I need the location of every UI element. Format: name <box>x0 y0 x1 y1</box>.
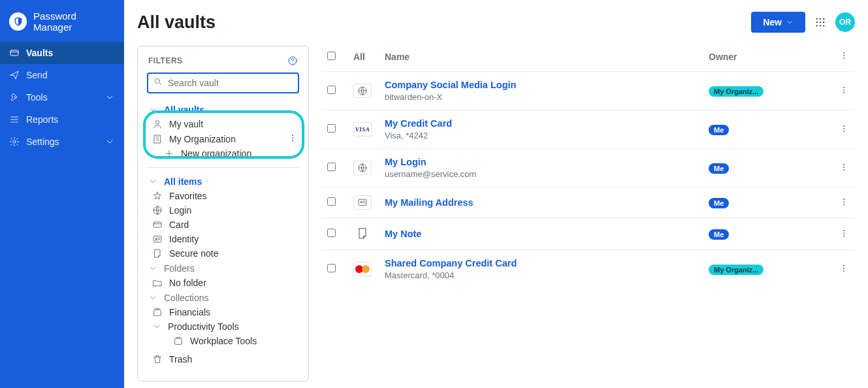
svg-rect-23 <box>175 338 182 344</box>
row-checkbox[interactable] <box>327 264 336 272</box>
globe-icon <box>152 205 163 216</box>
col-checkbox <box>321 46 347 72</box>
filter-label: All vaults <box>164 105 298 115</box>
col-menu[interactable] <box>833 46 855 72</box>
row-menu-button[interactable] <box>833 149 855 187</box>
nav-settings[interactable]: Settings <box>0 131 124 153</box>
row-menu-button[interactable] <box>833 218 855 250</box>
item-name[interactable]: Company Social Media Login <box>385 80 696 90</box>
filter-financials[interactable]: Financials <box>147 305 299 319</box>
building-icon <box>152 134 163 144</box>
filter-trash[interactable]: Trash <box>147 352 299 366</box>
collection-icon <box>152 307 163 317</box>
nav-label: Send <box>26 70 48 80</box>
svg-point-9 <box>820 25 821 26</box>
svg-point-28 <box>843 87 844 88</box>
row-checkbox[interactable] <box>327 124 336 133</box>
item-name[interactable]: My Mailing Address <box>385 197 696 208</box>
filter-label: Financials <box>169 307 298 317</box>
filter-favorites[interactable]: Favorites <box>147 189 299 203</box>
nav: Vaults Send Tools Reports Settings <box>0 42 124 153</box>
table-row: Company Social Media Loginbitwarden-on-X… <box>321 72 855 110</box>
chevron-down-icon <box>786 18 794 26</box>
chevron-down-icon <box>104 92 115 103</box>
owner-badge: Me <box>709 198 729 208</box>
filter-all-vaults[interactable]: All vaults <box>147 103 299 117</box>
row-checkbox[interactable] <box>327 163 336 171</box>
filter-secure-note[interactable]: Secure note <box>147 246 299 261</box>
svg-point-16 <box>292 137 293 138</box>
nav-tools[interactable]: Tools <box>0 86 124 108</box>
filter-login[interactable]: Login <box>147 203 299 218</box>
item-name[interactable]: My Credit Card <box>385 118 696 129</box>
filter-identity[interactable]: Identity <box>147 232 299 246</box>
svg-rect-0 <box>10 50 18 56</box>
nav-send[interactable]: Send <box>0 64 124 86</box>
filter-label: Favorites <box>169 191 298 201</box>
filter-card[interactable]: Card <box>147 218 299 232</box>
new-button[interactable]: New <box>751 12 805 33</box>
card-icon <box>152 219 163 230</box>
filter-collections-section[interactable]: Collections <box>147 290 299 305</box>
owner-badge: Me <box>709 125 729 135</box>
svg-rect-19 <box>153 222 161 227</box>
nav-reports[interactable]: Reports <box>0 108 124 131</box>
item-name[interactable]: My Login <box>385 157 696 167</box>
nav-label: Settings <box>26 137 59 147</box>
nav-label: Vaults <box>26 48 53 58</box>
note-icon <box>353 226 372 240</box>
row-menu-button[interactable] <box>833 110 855 149</box>
row-menu-button[interactable] <box>833 250 855 289</box>
filter-my-vault[interactable]: My vault <box>147 117 299 131</box>
vault-table: All Name Owner Company Social Media Logi… <box>321 46 855 288</box>
filter-label: My Organization <box>169 134 281 144</box>
filter-new-organization[interactable]: New organization <box>147 146 299 161</box>
avatar[interactable]: OR <box>835 12 855 32</box>
item-name[interactable]: My Note <box>385 229 696 239</box>
filter-label: All items <box>164 176 298 187</box>
svg-point-8 <box>816 25 818 26</box>
chevron-down-icon <box>148 293 157 302</box>
mastercard-icon <box>353 262 372 276</box>
filter-label: Login <box>169 205 298 216</box>
filters-title: FILTERS <box>148 56 183 65</box>
col-name[interactable]: Name <box>378 46 702 72</box>
collection-icon <box>173 336 184 346</box>
org-menu-button[interactable] <box>287 133 298 144</box>
filter-my-organization[interactable]: My Organization <box>147 131 299 146</box>
svg-point-24 <box>843 52 844 54</box>
select-all-checkbox[interactable] <box>327 52 336 60</box>
row-checkbox[interactable] <box>327 197 336 206</box>
svg-point-29 <box>843 89 844 91</box>
col-owner[interactable]: Owner <box>702 46 833 72</box>
svg-point-32 <box>843 128 844 129</box>
table-row: My Mailing AddressMe <box>321 187 855 218</box>
divider <box>147 167 299 168</box>
apps-grid-icon[interactable] <box>814 16 826 28</box>
filter-workplace[interactable]: Workplace Tools <box>147 334 299 348</box>
row-menu-button[interactable] <box>833 187 855 218</box>
filter-no-folder[interactable]: No folder <box>147 276 299 290</box>
filter-all-items[interactable]: All items <box>147 174 299 189</box>
search-input[interactable] <box>147 73 299 93</box>
page-title: All vaults <box>137 12 216 33</box>
svg-point-43 <box>843 230 844 231</box>
row-checkbox[interactable] <box>327 229 336 237</box>
item-sub: bitwarden-on-X <box>385 92 696 102</box>
col-all[interactable]: All <box>347 46 378 72</box>
nav-vaults[interactable]: Vaults <box>0 42 124 64</box>
filter-productivity[interactable]: Productivity Tools <box>147 319 299 334</box>
send-icon <box>9 70 20 80</box>
row-checkbox[interactable] <box>327 86 336 94</box>
row-icon <box>347 218 378 250</box>
svg-point-46 <box>843 265 844 267</box>
reports-icon <box>9 114 20 125</box>
svg-point-12 <box>155 78 159 83</box>
svg-point-33 <box>843 131 844 132</box>
row-menu-button[interactable] <box>833 72 855 110</box>
item-name[interactable]: Shared Company Credit Card <box>385 258 696 268</box>
filter-folders-section[interactable]: Folders <box>147 261 299 276</box>
svg-point-42 <box>843 204 844 205</box>
help-icon[interactable] <box>287 56 298 66</box>
item-sub: Mastercard, *0004 <box>385 270 696 280</box>
